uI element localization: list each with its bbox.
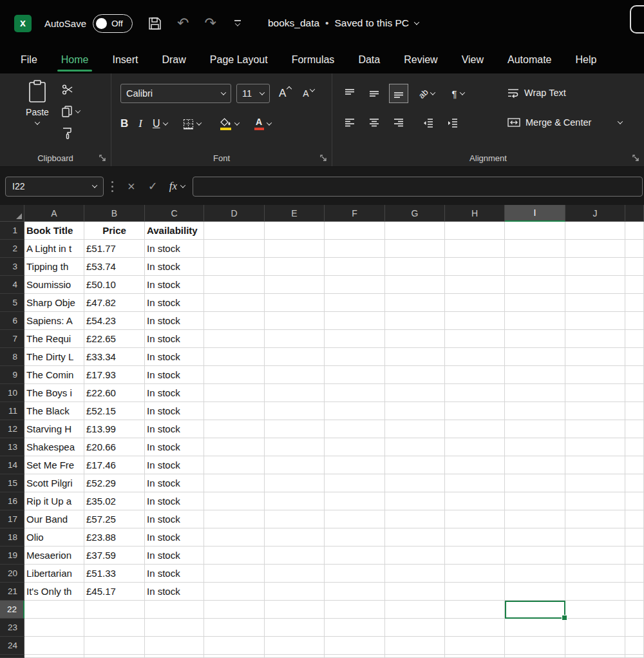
cell-K20[interactable] — [625, 565, 644, 583]
cell-A12[interactable]: Starving H — [24, 420, 84, 438]
cell-B18[interactable]: £23.88 — [84, 528, 145, 547]
cell-E15[interactable] — [265, 474, 325, 492]
cell-F16[interactable] — [325, 492, 385, 510]
select-all-corner[interactable] — [0, 205, 24, 222]
cell-I18[interactable] — [505, 528, 565, 547]
cell-G4[interactable] — [385, 276, 445, 294]
cell-E9[interactable] — [265, 366, 325, 384]
cell-A3[interactable]: Tipping th — [24, 258, 84, 276]
cell-I16[interactable] — [505, 492, 565, 510]
cell-E24[interactable] — [265, 637, 325, 655]
cell-J17[interactable] — [565, 510, 625, 528]
cell-partial-6[interactable] — [385, 655, 445, 658]
font-size-select[interactable]: 11 — [236, 84, 270, 103]
fill-color-button[interactable] — [220, 118, 239, 130]
cell-partial-10[interactable] — [625, 655, 644, 658]
cell-C24[interactable] — [145, 637, 204, 655]
cell-G12[interactable] — [385, 420, 445, 438]
cell-I2[interactable] — [505, 240, 565, 258]
save-button[interactable] — [148, 17, 162, 30]
cell-A2[interactable]: A Light in t — [24, 240, 84, 258]
align-top-button[interactable] — [340, 84, 359, 103]
cell-E18[interactable] — [265, 528, 325, 547]
cell-D14[interactable] — [204, 456, 265, 474]
wrap-text-button[interactable]: Wrap Text — [507, 88, 566, 98]
cell-F8[interactable] — [325, 348, 385, 366]
cell-C23[interactable] — [145, 619, 204, 637]
cell-B2[interactable]: £51.77 — [84, 240, 145, 258]
cell-E17[interactable] — [265, 510, 325, 528]
row-header-18[interactable]: 18 — [0, 528, 24, 547]
cell-F6[interactable] — [325, 312, 385, 330]
cell-B3[interactable]: £53.74 — [84, 258, 145, 276]
cell-B21[interactable]: £45.17 — [84, 583, 145, 601]
row-header-14[interactable]: 14 — [0, 456, 24, 474]
cell-C1[interactable]: Availability — [145, 222, 204, 240]
cell-C14[interactable]: In stock — [145, 456, 204, 474]
cell-D10[interactable] — [204, 384, 265, 402]
cell-E7[interactable] — [265, 330, 325, 348]
cell-J18[interactable] — [565, 528, 625, 547]
cell-K10[interactable] — [625, 384, 644, 402]
row-header-2[interactable]: 2 — [0, 240, 24, 258]
cell-K17[interactable] — [625, 510, 644, 528]
cell-G5[interactable] — [385, 294, 445, 312]
cell-J16[interactable] — [565, 492, 625, 510]
menu-tab-data[interactable]: Data — [358, 48, 380, 72]
cell-G17[interactable] — [385, 510, 445, 528]
cell-A20[interactable]: Libertarian — [24, 565, 84, 583]
cell-J6[interactable] — [565, 312, 625, 330]
decrease-indent-button[interactable] — [419, 113, 438, 133]
cell-B1[interactable]: Price — [84, 222, 145, 240]
cell-G9[interactable] — [385, 366, 445, 384]
cell-F14[interactable] — [325, 456, 385, 474]
cell-J11[interactable] — [565, 402, 625, 420]
cell-F1[interactable] — [325, 222, 385, 240]
cell-A17[interactable]: Our Band — [24, 510, 84, 528]
cell-E23[interactable] — [265, 619, 325, 637]
cell-E12[interactable] — [265, 420, 325, 438]
cell-D7[interactable] — [204, 330, 265, 348]
cell-D22[interactable] — [204, 601, 265, 619]
cell-K6[interactable] — [625, 312, 644, 330]
cell-F21[interactable] — [325, 583, 385, 601]
cell-J24[interactable] — [565, 637, 625, 655]
cell-A16[interactable]: Rip it Up a — [24, 492, 84, 510]
cell-G21[interactable] — [385, 583, 445, 601]
cell-D16[interactable] — [204, 492, 265, 510]
cell-K7[interactable] — [625, 330, 644, 348]
row-header-15[interactable]: 15 — [0, 474, 24, 492]
cell-J22[interactable] — [565, 601, 625, 619]
bold-button[interactable]: B — [120, 117, 128, 130]
cell-C6[interactable]: In stock — [145, 312, 204, 330]
cell-H7[interactable] — [445, 330, 505, 348]
paste-button[interactable]: Paste — [17, 80, 58, 147]
redo-button[interactable]: ↷ — [204, 16, 216, 30]
cell-H12[interactable] — [445, 420, 505, 438]
format-painter-button[interactable] — [62, 128, 80, 139]
cell-G13[interactable] — [385, 438, 445, 456]
cell-C11[interactable]: In stock — [145, 402, 204, 420]
cell-partial-7[interactable] — [445, 655, 505, 658]
cell-I24[interactable] — [505, 637, 565, 655]
cell-H18[interactable] — [445, 528, 505, 547]
cell-H5[interactable] — [445, 294, 505, 312]
row-header-22[interactable]: 22 — [0, 601, 24, 619]
cell-I22[interactable] — [505, 601, 565, 619]
cell-K24[interactable] — [625, 637, 644, 655]
cell-F22[interactable] — [325, 601, 385, 619]
cell-F18[interactable] — [325, 528, 385, 547]
row-header-21[interactable]: 21 — [0, 583, 24, 601]
cell-E21[interactable] — [265, 583, 325, 601]
cell-A21[interactable]: It's Only th — [24, 583, 84, 601]
cell-I9[interactable] — [505, 366, 565, 384]
cell-G24[interactable] — [385, 637, 445, 655]
cell-A4[interactable]: Soumissio — [24, 276, 84, 294]
cell-G2[interactable] — [385, 240, 445, 258]
cell-F7[interactable] — [325, 330, 385, 348]
cell-G20[interactable] — [385, 565, 445, 583]
cell-K3[interactable] — [625, 258, 644, 276]
cell-D2[interactable] — [204, 240, 265, 258]
cell-F17[interactable] — [325, 510, 385, 528]
cell-K5[interactable] — [625, 294, 644, 312]
